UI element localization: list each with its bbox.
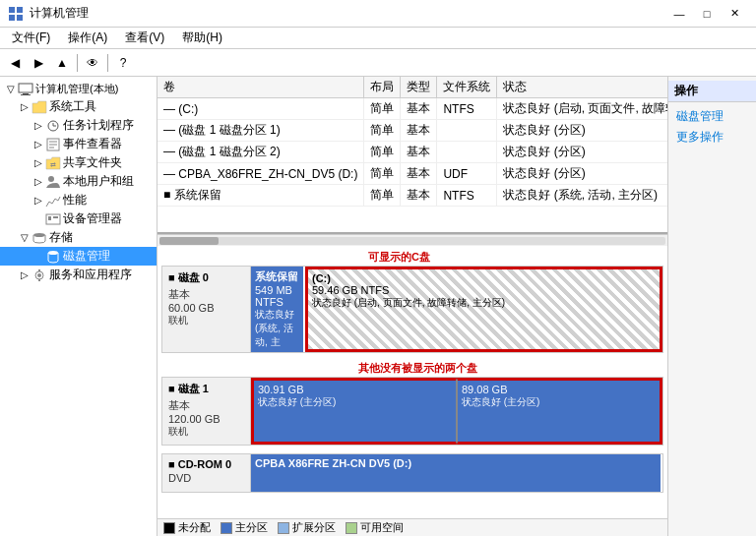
tree-services[interactable]: ▷ 服务和应用程序 — [0, 266, 157, 284]
cell-status: 状态良好 (启动, 页面文件, 故障转储, 主分区) — [497, 98, 667, 120]
tree-system-tools[interactable]: ▷ 系统工具 — [0, 97, 157, 116]
cell-vol: — (磁盘 1 磁盘分区 1) — [158, 120, 364, 142]
svg-rect-4 — [19, 84, 32, 92]
svg-rect-0 — [9, 7, 15, 13]
menu-bar: 文件(F) 操作(A) 查看(V) 帮助(H) — [0, 28, 756, 49]
tree-event-toggle[interactable]: ▷ — [32, 139, 45, 149]
sysreserved-status: 状态良好 (系统, 活动, 主 — [255, 308, 299, 349]
svg-point-19 — [33, 233, 45, 237]
tree-shared-toggle[interactable]: ▷ — [32, 157, 45, 168]
cell-status: 状态良好 (分区) — [497, 142, 667, 163]
tree-users-toggle[interactable]: ▷ — [32, 176, 45, 187]
tree-event-viewer[interactable]: ▷ 事件查看器 — [0, 135, 157, 153]
tree-sys-toggle[interactable]: ▷ — [18, 101, 32, 112]
svg-rect-3 — [17, 15, 23, 21]
action-panel: 操作 磁盘管理 更多操作 — [667, 77, 756, 536]
cell-status: 状态良好 (分区) — [497, 163, 667, 185]
storage-icon — [32, 231, 47, 245]
menu-file[interactable]: 文件(F) — [4, 28, 58, 48]
tree-performance[interactable]: ▷ 性能 — [0, 191, 157, 209]
scrollbar-track — [159, 237, 665, 245]
action-more[interactable]: 更多操作 — [668, 127, 756, 148]
tree-storage-toggle[interactable]: ▽ — [18, 232, 32, 243]
legend-extended: 扩展分区 — [278, 520, 336, 535]
tree-storage[interactable]: ▽ 存储 — [0, 228, 157, 247]
disk1p1-size: 30.91 GB — [258, 384, 452, 395]
tree-shared-folders[interactable]: ▷ ⇄ 共享文件夹 — [0, 153, 157, 172]
cdrom-part[interactable]: CPBA X86FRE ZH-CN DV5 (D:) — [251, 454, 662, 492]
tree-perf-toggle[interactable]: ▷ — [32, 195, 45, 206]
folder-icon — [32, 100, 47, 114]
legend-extended-label: 扩展分区 — [292, 520, 336, 535]
tree-services-toggle[interactable]: ▷ — [18, 269, 32, 280]
disk0-sysreserved[interactable]: 系统保留 549 MB NTFS 状态良好 (系统, 活动, 主 — [251, 267, 305, 352]
toolbar-help[interactable]: ? — [112, 52, 134, 74]
tree-root[interactable]: ▽ 计算机管理(本地) — [0, 81, 157, 97]
svg-rect-17 — [48, 216, 51, 220]
table-row[interactable]: ■ 系统保留 简单 基本 NTFS 状态良好 (系统, 活动, 主分区) 5 — [158, 185, 667, 207]
shared-folder-icon: ⇄ — [45, 156, 61, 170]
cell-vol: ■ 系统保留 — [158, 185, 364, 207]
table-row[interactable]: — (C:) 简单 基本 NTFS 状态良好 (启动, 页面文件, 故障转储, … — [158, 98, 667, 120]
tree-task-scheduler[interactable]: ▷ 任务计划程序 — [0, 116, 157, 135]
cell-status: 状态良好 (系统, 活动, 主分区) — [497, 185, 667, 207]
tree-shared-folders-label: 共享文件夹 — [63, 154, 122, 171]
col-vol: 卷 — [158, 77, 364, 98]
menu-help[interactable]: 帮助(H) — [174, 28, 230, 48]
svg-rect-23 — [38, 269, 40, 271]
disk1-name: ■ 磁盘 1 — [168, 382, 244, 396]
services-icon — [32, 268, 47, 282]
disk1-part1[interactable]: 30.91 GB 状态良好 (主分区) — [251, 378, 457, 445]
svg-text:⇄: ⇄ — [50, 161, 56, 168]
action-disk-management[interactable]: 磁盘管理 — [668, 106, 756, 127]
cell-fs — [437, 142, 497, 163]
col-fs: 文件系统 — [437, 77, 497, 98]
toolbar-show-hide[interactable]: 👁 — [82, 52, 103, 74]
close-button[interactable]: ✕ — [721, 3, 748, 25]
tree-root-toggle[interactable]: ▽ — [4, 84, 18, 94]
svg-rect-6 — [21, 94, 31, 95]
disk1-type: 基本 — [168, 398, 244, 413]
tree-disk-management-label: 磁盘管理 — [63, 248, 110, 265]
maximize-button[interactable]: □ — [693, 3, 721, 25]
cell-vol: — CPBA_X86FRE_ZH-CN_DV5 (D:) — [158, 163, 364, 185]
window-controls: — □ ✕ — [665, 3, 748, 25]
tree-local-users[interactable]: ▷ 本地用户和组 — [0, 172, 157, 191]
cell-fs — [437, 120, 497, 142]
disk0-cdrive[interactable]: (C:) 59.46 GB NTFS 状态良好 (启动, 页面文件, 故障转储,… — [305, 267, 662, 352]
tree-device-manager[interactable]: 设备管理器 — [0, 209, 157, 228]
svg-rect-1 — [17, 7, 23, 13]
toolbar-forward[interactable]: ▶ — [28, 52, 49, 74]
cell-type: 基本 — [401, 185, 437, 207]
legend-bar: 未分配 主分区 扩展分区 可用空间 — [158, 518, 667, 536]
cdrom-part-name: CPBA X86FRE ZH-CN DV5 (D:) — [255, 457, 657, 469]
disk-table: 卷 布局 类型 文件系统 状态 容量 — (C:) 简单 基本 NTFS 状态良… — [158, 77, 667, 207]
table-row[interactable]: — CPBA_X86FRE_ZH-CN_DV5 (D:) 简单 基本 UDF 状… — [158, 163, 667, 185]
disk1p2-size: 89.08 GB — [462, 384, 656, 395]
disk0-status: 联机 — [168, 314, 244, 328]
menu-view[interactable]: 查看(V) — [117, 28, 172, 48]
tree-device-manager-label: 设备管理器 — [63, 210, 122, 227]
toolbar-back[interactable]: ◀ — [4, 52, 26, 74]
cdrom-type: DVD — [168, 472, 244, 484]
svg-rect-2 — [9, 15, 15, 21]
legend-unallocated: 未分配 — [163, 520, 211, 535]
legend-unallocated-label: 未分配 — [178, 520, 211, 535]
window-title: 计算机管理 — [30, 5, 89, 22]
sysreserved-name: 系统保留 — [255, 269, 299, 284]
scrollbar-thumb[interactable] — [159, 237, 219, 245]
menu-action[interactable]: 操作(A) — [60, 28, 115, 48]
minimize-button[interactable]: — — [665, 3, 693, 25]
disk1-status: 联机 — [168, 425, 244, 439]
horizontal-scrollbar[interactable] — [158, 234, 667, 246]
tree-task-toggle[interactable]: ▷ — [32, 120, 45, 131]
cdrom-wrapper: ■ CD-ROM 0 DVD CPBA X86FRE ZH-CN DV5 (D:… — [161, 453, 663, 493]
svg-point-22 — [37, 273, 41, 277]
disk1p2-status: 状态良好 (主分区) — [462, 395, 656, 409]
tree-disk-management[interactable]: 磁盘管理 — [0, 247, 157, 266]
disk1-part2[interactable]: 89.08 GB 状态良好 (主分区) — [457, 378, 662, 445]
table-row[interactable]: — (磁盘 1 磁盘分区 1) 简单 基本 状态良好 (分区) 8 — [158, 120, 667, 142]
table-row[interactable]: — (磁盘 1 磁盘分区 2) 简单 基本 状态良好 (分区) — [158, 142, 667, 163]
toolbar-up[interactable]: ▲ — [51, 52, 73, 74]
cell-layout: 简单 — [364, 185, 401, 207]
